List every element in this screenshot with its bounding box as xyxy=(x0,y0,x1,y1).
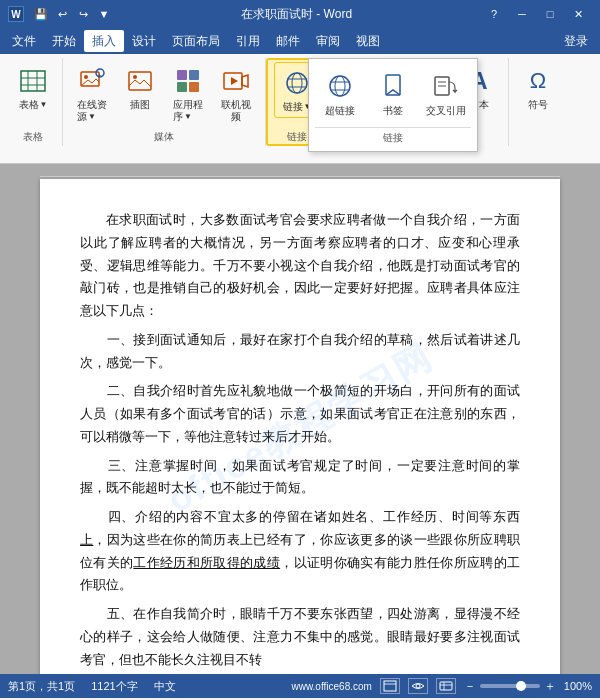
menu-file[interactable]: 文件 xyxy=(4,30,44,52)
online-resources-button[interactable]: + 在线资 源▼ xyxy=(69,60,115,128)
ruler-horizontal: /* ruler drawn in CSS */ xyxy=(40,176,560,177)
language: 中文 xyxy=(154,679,176,694)
symbol-button[interactable]: Ω 符号 xyxy=(515,60,561,116)
svg-rect-12 xyxy=(189,70,199,80)
app-icon xyxy=(172,65,204,97)
svg-point-6 xyxy=(84,75,88,79)
hyperlink-icon xyxy=(324,70,356,102)
svg-text:+: + xyxy=(98,72,102,78)
zoom-percent: 100% xyxy=(564,680,592,692)
redo-quick-btn[interactable]: ↪ xyxy=(74,5,92,23)
symbols-group-label xyxy=(515,142,561,144)
maximize-button[interactable]: □ xyxy=(536,0,564,28)
ribbon: 表格 ▼ 表格 xyxy=(0,54,600,164)
svg-rect-11 xyxy=(177,70,187,80)
undo-quick-btn[interactable]: ↩ xyxy=(53,5,71,23)
menu-mailings[interactable]: 邮件 xyxy=(268,30,308,52)
doc-paragraph-2: 二、自我介绍时首先应礼貌地做一个极简短的开场白，开问所有的面试人员（如果有多个面… xyxy=(80,380,520,448)
zoom-minus-btn[interactable]: － xyxy=(464,678,476,695)
svg-rect-14 xyxy=(189,82,199,92)
crossref-label: 交叉引用 xyxy=(426,104,466,118)
close-button[interactable]: ✕ xyxy=(564,0,592,28)
svg-rect-0 xyxy=(21,71,45,91)
svg-marker-16 xyxy=(242,75,248,87)
menu-design[interactable]: 设计 xyxy=(124,30,164,52)
picture-icon xyxy=(124,65,156,97)
online-resources-icon: + xyxy=(76,65,108,97)
doc-paragraph-0: 在求职面试时，大多数面试考官会要求应聘者做一个自我介绍，一方面以此了解应聘者的大… xyxy=(80,209,520,323)
menu-layout[interactable]: 页面布局 xyxy=(164,30,228,52)
ribbon-group-symbols: Ω 符号 xyxy=(509,58,567,146)
customize-quick-btn[interactable]: ▼ xyxy=(95,5,113,23)
zoom-track[interactable] xyxy=(480,684,540,688)
menu-references[interactable]: 引用 xyxy=(228,30,268,52)
document-page[interactable]: office教程学习网 在求职面试时，大多数面试考官会要求应聘者做一个自我介绍，… xyxy=(40,179,560,674)
crossref-icon xyxy=(430,70,462,102)
help-button[interactable]: ? xyxy=(480,0,508,28)
save-quick-btn[interactable]: 💾 xyxy=(32,5,50,23)
ribbon-group-tables: 表格 ▼ 表格 xyxy=(4,58,63,146)
video-icon xyxy=(220,65,252,97)
menu-home[interactable]: 开始 xyxy=(44,30,84,52)
svg-point-10 xyxy=(133,75,137,79)
menu-insert[interactable]: 插入 xyxy=(84,30,124,52)
crossref-button[interactable]: 交叉引用 xyxy=(420,65,471,123)
bookmark-button[interactable]: 书签 xyxy=(368,65,419,123)
svg-rect-34 xyxy=(386,75,400,95)
svg-point-18 xyxy=(287,73,307,93)
zoom-plus-btn[interactable]: ＋ xyxy=(544,678,556,695)
svg-rect-39 xyxy=(384,681,396,691)
menu-review[interactable]: 审阅 xyxy=(308,30,348,52)
app-button[interactable]: 应用程 序▼ xyxy=(165,60,211,128)
window-controls: ? ─ □ ✕ xyxy=(480,0,592,28)
title-bar: W 💾 ↩ ↪ ▼ 在求职面试时 - Word ? ─ □ ✕ xyxy=(0,0,600,28)
menu-view[interactable]: 视图 xyxy=(348,30,388,52)
minimize-button[interactable]: ─ xyxy=(508,0,536,28)
login-button[interactable]: 登录 xyxy=(556,31,596,52)
app-label: 应用程 序▼ xyxy=(173,99,203,123)
tables-group-label: 表格 xyxy=(10,128,56,144)
web-layout-btn[interactable] xyxy=(436,678,456,694)
window-title: 在求职面试时 - Word xyxy=(113,6,480,23)
svg-rect-13 xyxy=(177,82,187,92)
table-label: 表格 ▼ xyxy=(19,99,48,111)
doc-paragraph-5: 五、在作自我简介时，眼睛千万不要东张西望，四处游离，显得漫不经心的样子，这会给人… xyxy=(80,603,520,671)
svg-point-30 xyxy=(330,76,350,96)
status-bar-right: www.office68.com － ＋ xyxy=(291,678,592,695)
hyperlink-label: 超链接 xyxy=(325,104,355,118)
zoom-control[interactable]: － ＋ xyxy=(464,678,556,695)
online-video-button[interactable]: 联机视 频 xyxy=(213,60,259,128)
ribbon-groups: 表格 ▼ 表格 xyxy=(4,58,596,146)
online-resources-label: 在线资 源▼ xyxy=(77,99,107,123)
symbol-icon: Ω xyxy=(522,65,554,97)
doc-paragraph-1: 一、接到面试通知后，最好在家打个自我介绍的草稿，然后试着讲述几次，感觉一下。 xyxy=(80,329,520,375)
svg-point-41 xyxy=(416,684,420,688)
tables-content: 表格 ▼ xyxy=(10,60,56,128)
zoom-thumb[interactable] xyxy=(516,681,526,691)
svg-rect-9 xyxy=(129,72,151,90)
read-mode-btn[interactable] xyxy=(408,678,428,694)
links-dropdown-panel: 超链接 书签 xyxy=(308,58,478,152)
symbols-content: Ω 符号 xyxy=(515,60,561,142)
document-area[interactable]: /* ruler drawn in CSS */ office教程学习网 在求职… xyxy=(0,164,600,674)
svg-point-19 xyxy=(292,73,302,93)
app-icon: W xyxy=(8,6,24,22)
doc-paragraph-4: 四、介绍的内容不宜太多的停留在诸如姓名、工作经历、时间等东西上，因为这些在你的简… xyxy=(80,506,520,597)
hyperlink-button[interactable]: 超链接 xyxy=(315,65,366,123)
illustrations-button[interactable]: 插图 xyxy=(117,60,163,116)
title-bar-left: W 💾 ↩ ↪ ▼ xyxy=(8,5,113,23)
svg-point-31 xyxy=(335,76,345,96)
video-label: 联机视 频 xyxy=(221,99,251,123)
table-button[interactable]: 表格 ▼ xyxy=(10,60,56,116)
picture-label: 插图 xyxy=(130,99,150,111)
doc-paragraph-3: 三、注意掌握时间，如果面试考官规定了时间，一定要注意时间的掌握，既不能超时太长，… xyxy=(80,455,520,501)
print-layout-btn[interactable] xyxy=(380,678,400,694)
illustrations-content: + 在线资 源▼ xyxy=(69,60,259,128)
svg-marker-17 xyxy=(231,77,238,85)
menu-bar: 文件 开始 插入 设计 页面布局 引用 邮件 审阅 视图 登录 xyxy=(0,28,600,54)
website-label: www.office68.com xyxy=(291,681,371,692)
status-bar: 第1页，共1页 1121个字 中文 www.office68.com － xyxy=(0,674,600,698)
links-dropdown-group-label: 链接 xyxy=(315,127,471,145)
table-icon xyxy=(17,65,49,97)
symbol-label: 符号 xyxy=(528,99,548,111)
